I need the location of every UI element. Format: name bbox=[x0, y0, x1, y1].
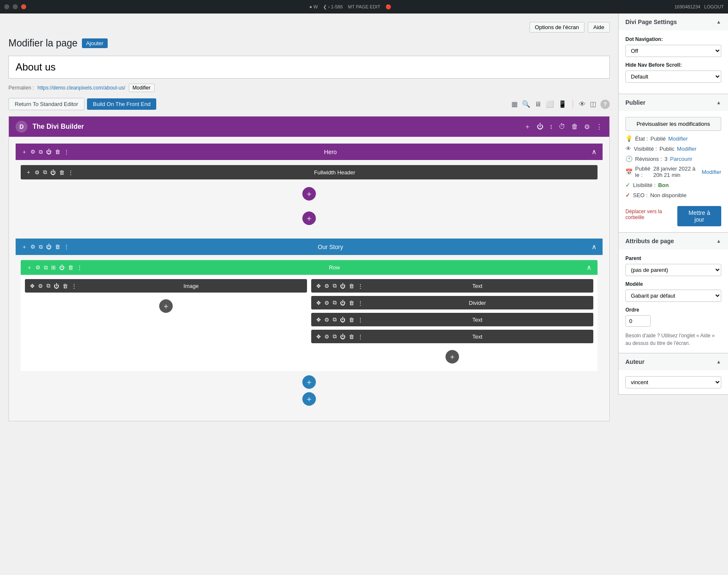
publish-panel-header[interactable]: Publier ▲ bbox=[619, 94, 728, 111]
txt3-more-icon[interactable]: ⋮ bbox=[358, 334, 363, 340]
divi-add-icon[interactable]: ＋ bbox=[524, 122, 531, 131]
os-more-icon[interactable]: ⋮ bbox=[64, 244, 69, 250]
fh-more-icon[interactable]: ⋮ bbox=[68, 169, 73, 176]
txt2-trash-icon[interactable]: 🗑 bbox=[349, 317, 354, 323]
add-module-hero-button[interactable]: ＋ bbox=[302, 187, 316, 201]
divi-power-icon[interactable]: ⏻ bbox=[537, 123, 543, 130]
txt1-more-icon[interactable]: ⋮ bbox=[358, 283, 363, 289]
txt3-settings-icon[interactable]: ⚙ bbox=[324, 334, 329, 340]
divi-settings-panel-header[interactable]: Divi Page Settings ▲ bbox=[619, 14, 728, 30]
img-move-icon[interactable]: ✥ bbox=[30, 283, 35, 289]
divi-history-icon[interactable]: ⏱ bbox=[559, 123, 565, 130]
divi-trash-icon[interactable]: 🗑 bbox=[571, 123, 578, 130]
eye-icon[interactable]: 👁 bbox=[579, 100, 586, 108]
fh-trash-icon[interactable]: 🗑 bbox=[59, 169, 65, 176]
desktop-icon[interactable]: 🖥 bbox=[535, 100, 541, 108]
tablet-icon[interactable]: ⬜ bbox=[546, 100, 554, 108]
os-add-icon[interactable]: ＋ bbox=[22, 243, 27, 251]
row-add-icon[interactable]: ＋ bbox=[27, 264, 32, 271]
add-module-right-button[interactable]: ＋ bbox=[445, 350, 459, 363]
search-icon[interactable]: 🔍 bbox=[522, 100, 530, 108]
img-settings-icon[interactable]: ⚙ bbox=[38, 283, 43, 289]
add-module-left-button[interactable]: ＋ bbox=[159, 299, 173, 313]
txt1-trash-icon[interactable]: 🗑 bbox=[349, 283, 354, 289]
hero-add-icon[interactable]: ＋ bbox=[22, 148, 27, 156]
permalink-modifier-button[interactable]: Modifier bbox=[129, 84, 155, 92]
img-power-icon[interactable]: ⏻ bbox=[54, 283, 59, 289]
div-trash-icon[interactable]: 🗑 bbox=[349, 300, 354, 306]
divi-more-icon[interactable]: ⋮ bbox=[596, 123, 603, 131]
add-row-button[interactable]: ＋ bbox=[302, 375, 316, 389]
img-more-icon[interactable]: ⋮ bbox=[71, 283, 77, 289]
hero-settings-icon[interactable]: ⚙ bbox=[30, 149, 35, 155]
fh-settings-icon[interactable]: ⚙ bbox=[35, 169, 40, 176]
div-settings-icon[interactable]: ⚙ bbox=[324, 300, 329, 306]
hero-copy-icon[interactable]: ⧉ bbox=[39, 149, 43, 155]
hero-power-icon[interactable]: ⏻ bbox=[46, 149, 52, 155]
phone-icon[interactable]: 📱 bbox=[558, 100, 567, 108]
divi-settings-icon[interactable]: ⚙ bbox=[584, 123, 590, 131]
status-link[interactable]: Modifier bbox=[668, 136, 688, 142]
div-power-icon[interactable]: ⏻ bbox=[340, 300, 345, 306]
our-story-section-bar[interactable]: ＋ ⚙ ⧉ ⏻ 🗑 ⋮ Our Story ∧ bbox=[16, 239, 603, 255]
hero-more-icon[interactable]: ⋮ bbox=[64, 149, 69, 155]
div-copy-icon[interactable]: ⧉ bbox=[333, 299, 337, 306]
hero-trash-icon[interactable]: 🗑 bbox=[55, 149, 60, 155]
os-power-icon[interactable]: ⏻ bbox=[46, 244, 52, 250]
fh-add-icon[interactable]: ＋ bbox=[26, 168, 31, 176]
standard-editor-button[interactable]: Return To Standard Editor bbox=[8, 98, 84, 110]
os-settings-icon[interactable]: ⚙ bbox=[30, 244, 35, 250]
txt3-move-icon[interactable]: ✥ bbox=[316, 334, 321, 340]
model-select[interactable]: Gabarit par défaut bbox=[625, 290, 721, 302]
row-collapse-icon[interactable]: ∧ bbox=[587, 263, 592, 271]
div-more-icon[interactable]: ⋮ bbox=[358, 300, 363, 306]
os-collapse-icon[interactable]: ∧ bbox=[592, 243, 597, 251]
txt3-copy-icon[interactable]: ⧉ bbox=[333, 333, 337, 340]
txt2-power-icon[interactable]: ⏻ bbox=[340, 317, 345, 323]
parent-select[interactable]: (pas de parent) bbox=[625, 264, 721, 276]
visibility-link[interactable]: Modifier bbox=[677, 146, 696, 152]
screen-options-button[interactable]: Options de l'écran bbox=[530, 22, 584, 33]
permalink-url[interactable]: https://demo.cleanpixels.com/about-us/ bbox=[38, 85, 125, 91]
row-copy-icon[interactable]: ⧉ bbox=[44, 264, 48, 271]
trash-link[interactable]: Déplacer vers la corbeille bbox=[625, 209, 677, 220]
row-more-icon[interactable]: ⋮ bbox=[77, 264, 82, 271]
txt2-settings-icon[interactable]: ⚙ bbox=[324, 317, 329, 323]
dot-nav-select[interactable]: Off On bbox=[625, 45, 721, 57]
add-button[interactable]: Ajouter bbox=[82, 38, 108, 48]
os-copy-icon[interactable]: ⧉ bbox=[39, 244, 43, 250]
author-panel-header[interactable]: Auteur ▲ bbox=[619, 353, 728, 370]
add-section-after-hero-button[interactable]: ＋ bbox=[302, 212, 316, 225]
help-icon[interactable]: ? bbox=[600, 100, 610, 109]
published-link[interactable]: Modifier bbox=[702, 169, 721, 175]
txt1-settings-icon[interactable]: ⚙ bbox=[324, 283, 329, 289]
row-trash-icon[interactable]: 🗑 bbox=[68, 264, 73, 271]
fh-power-icon[interactable]: ⏻ bbox=[50, 169, 56, 176]
txt1-power-icon[interactable]: ⏻ bbox=[340, 283, 345, 289]
order-input[interactable] bbox=[625, 315, 651, 327]
add-section-after-story-button[interactable]: ＋ bbox=[302, 392, 316, 406]
div-move-icon[interactable]: ✥ bbox=[316, 300, 321, 306]
txt3-power-icon[interactable]: ⏻ bbox=[340, 334, 345, 340]
img-copy-icon[interactable]: ⧉ bbox=[46, 282, 50, 289]
divi-reorder-icon[interactable]: ↕ bbox=[549, 123, 553, 130]
attributes-panel-header[interactable]: Attributs de page ▲ bbox=[619, 233, 728, 250]
hero-section-bar[interactable]: ＋ ⚙ ⧉ ⏻ 🗑 ⋮ Hero ∧ bbox=[16, 144, 603, 160]
row-columns-icon[interactable]: ⊞ bbox=[51, 264, 56, 271]
os-trash-icon[interactable]: 🗑 bbox=[55, 244, 60, 250]
txt2-more-icon[interactable]: ⋮ bbox=[358, 317, 363, 323]
publish-button[interactable]: Mettre à jour bbox=[677, 206, 721, 226]
preview-button[interactable]: Prévisualiser les modifications bbox=[625, 117, 721, 131]
txt1-copy-icon[interactable]: ⧉ bbox=[333, 282, 337, 289]
txt3-trash-icon[interactable]: 🗑 bbox=[349, 334, 354, 340]
row-power-icon[interactable]: ⏻ bbox=[59, 264, 65, 271]
layers-icon[interactable]: ◫ bbox=[590, 100, 596, 108]
txt2-move-icon[interactable]: ✥ bbox=[316, 317, 321, 323]
txt2-copy-icon[interactable]: ⧉ bbox=[333, 316, 337, 323]
revisions-link[interactable]: Parcourir bbox=[670, 156, 693, 162]
author-select[interactable]: vincent bbox=[625, 376, 721, 388]
txt1-move-icon[interactable]: ✥ bbox=[316, 283, 321, 289]
row-settings-icon[interactable]: ⚙ bbox=[35, 264, 41, 271]
frontend-builder-button[interactable]: Build On The Front End bbox=[87, 98, 156, 110]
help-button[interactable]: Aide bbox=[588, 22, 610, 33]
